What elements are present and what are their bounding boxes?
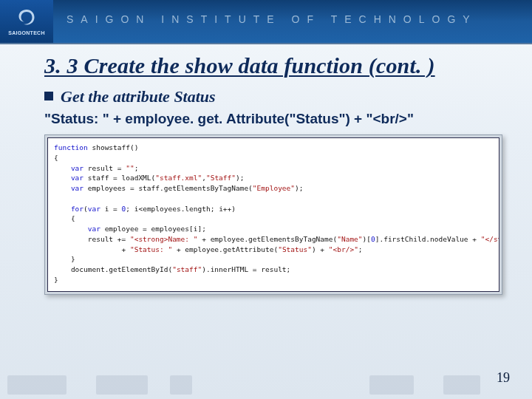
bullet-text: Get the attribute Status [61,87,216,106]
header: SAIGONTECH SAIGON INSTITUTE OF TECHNOLOG… [0,0,532,44]
logo-label: SAIGONTECH [8,30,45,35]
inline-code-text: "Status: " + employee. get. Attribute("S… [44,111,502,127]
code-block: function showstaff() { var result = ""; … [47,137,499,292]
page-number: 19 [497,370,510,386]
code-box-border: function showstaff() { var result = ""; … [44,134,502,295]
bullet-icon [44,92,53,100]
logo-block: SAIGONTECH [0,0,53,43]
footer-decoration [0,362,532,399]
logo-icon [16,7,38,30]
slide: SAIGONTECH SAIGON INSTITUTE OF TECHNOLOG… [0,0,532,399]
bullet-row: Get the attribute Status [44,87,502,106]
slide-title: 3. 3 Create the show data function (cont… [44,53,435,78]
institute-name: SAIGON INSTITUTE OF TECHNOLOGY [66,13,477,25]
content-area: Get the attribute Status "Status: " + em… [44,87,502,295]
